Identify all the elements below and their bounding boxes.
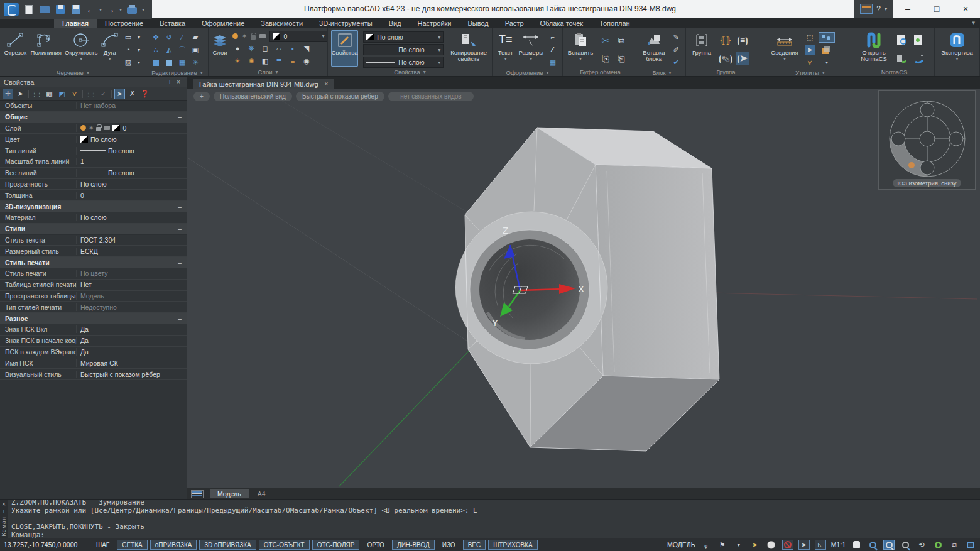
prop-row-plotspace[interactable]: Пространство таблицы с...Модель [0,291,187,302]
grid-array-icon[interactable]: ▦ [177,58,187,67]
nanocad-logo-icon[interactable] [4,3,19,16]
match-properties-button[interactable]: Копирование свойств [449,30,489,67]
layer-combo[interactable]: 0▾ [270,31,327,42]
ribbon-tab-vstavka[interactable]: Вставка [151,18,193,28]
zoom-icon[interactable] [867,540,878,550]
layout-tab-model[interactable]: Модель [210,489,249,498]
offset-icon[interactable]: ▣ [190,45,200,55]
draw-order-icon[interactable] [822,45,832,55]
help-button[interactable]: ? [876,4,881,13]
layer-walk-icon[interactable]: ≡ [288,57,298,66]
layer-iso-icon[interactable]: ☀ [232,57,242,66]
normacs-link-icon[interactable] [913,54,923,63]
polyline-button[interactable]: Полилиния [31,30,62,67]
mirror-icon[interactable]: ◭ [164,45,174,55]
clear-selection-icon[interactable]: ✗ [127,89,138,99]
layer-uniso-icon[interactable]: ✺ [246,57,256,66]
table-icon[interactable]: ▦ [548,58,558,67]
erase-icon[interactable]: ▰ [190,33,200,42]
panel-pin-icon[interactable]: ⊤ [165,79,174,85]
filter-icon[interactable]: ⋎ [69,89,80,99]
undo-icon[interactable]: ← [86,5,95,14]
layer-thaw-icon[interactable]: ❋ [246,44,256,53]
prop-row-visual-style[interactable]: Визуальный стильБыстрый с показом рёбер [0,369,187,380]
maximize-button[interactable]: □ [922,0,951,18]
prop-row-ucs-origin[interactable]: Знак ПСК в начале коор...Да [0,336,187,347]
cursor-select-icon[interactable]: ➤ [805,45,815,55]
prop-section-plotstyle[interactable]: Стиль печати– [0,257,187,268]
prop-section-styles[interactable]: Стили– [0,224,187,235]
ribbon-tab-postroenie[interactable]: Построение [97,18,151,28]
prop-section-misc[interactable]: Разное– [0,313,187,324]
explode-icon[interactable]: ✳ [190,58,200,67]
layer-bulb2-icon[interactable]: ● [232,44,242,53]
toggle-snap[interactable]: ШАГ [91,540,114,550]
toggle-grid[interactable]: СЕТКА [117,540,148,550]
prop-row-material[interactable]: МатериалПо слою [0,212,187,224]
multileader-icon[interactable]: ∠ [548,45,558,55]
prop-row-ltscale[interactable]: Масштаб типа линий1 [0,156,187,168]
command-prompt[interactable]: Команда: [11,531,976,538]
close-button[interactable]: × [951,0,980,18]
command-history[interactable]: Z,ZOOM,ПО,ПОКАЗАТЬ - Зумирование Укажите… [8,500,980,538]
toggle-ortho[interactable]: ОРТО [362,540,389,550]
status-caret-icon[interactable]: ▾ [733,540,744,550]
copy-doc-icon[interactable]: ⎘ [601,54,611,63]
block-attr-icon[interactable]: ✐ [671,45,681,55]
layout-sheets-icon[interactable] [191,490,204,498]
select-window-icon[interactable]: ⬚ [31,89,42,99]
pan-icon[interactable] [851,540,862,550]
layers-group-caret-icon[interactable]: ▾ [276,69,278,75]
panel-close-icon[interactable]: × [174,79,183,85]
ribbon-tab-rastr[interactable]: Растр [497,18,532,28]
properties-button[interactable]: Свойства [331,30,358,67]
viewport-plus-button[interactable]: + [193,92,210,101]
ribbon-tab-oblaka-tochek[interactable]: Облака точек [532,18,592,28]
quick-filter-icon[interactable]: ⋎ [805,58,815,67]
select-cursor-icon[interactable]: ➤ [15,89,26,99]
layer-lockfade-icon[interactable]: ◧ [260,57,270,66]
prop-section-3d[interactable]: 3D-визуализация– [0,201,187,212]
annotation-flag-icon[interactable]: ⚑ [717,540,728,550]
circle-button[interactable]: Окружность▼ [65,30,98,67]
prop-row-ucs-name[interactable]: Имя ПСКМировая СК [0,357,187,369]
ellipse-caret-icon[interactable]: ▾ [134,45,144,55]
ribbon-tab-zavisimosti[interactable]: Зависимости [253,18,311,28]
viewport-visual-style-button[interactable]: Быстрый с показом рёбер [296,92,384,101]
layer-on-icon[interactable] [232,33,238,39]
leader-icon[interactable]: ⌐ [548,33,558,42]
new-document-icon[interactable] [23,4,35,15]
apply-selection-icon[interactable]: ✓ [98,89,109,99]
redo-icon[interactable]: → [106,5,115,14]
add-to-selection-icon[interactable]: ✛ [3,89,13,99]
toggle-3d-osnap[interactable]: 3D оПРИВЯЗКА [199,540,256,550]
layer-lock-icon[interactable] [251,35,256,40]
minimize-button[interactable]: – [893,0,922,18]
regen-icon[interactable] [932,540,944,550]
rectangle-caret-icon[interactable]: ▾ [134,33,144,42]
no-selection-icon[interactable] [782,540,793,550]
annotation-scale[interactable]: М1:1 [831,541,846,548]
layer-freeze-icon[interactable]: ✶ [242,33,247,40]
paste-special-icon[interactable]: ⎗ [616,54,626,63]
layer-print-icon[interactable] [259,34,266,38]
redo-caret-icon[interactable]: ▾ [119,7,122,13]
prop-row-plotstyle[interactable]: Стиль печатиПо цвету [0,268,187,280]
hatch-caret-icon[interactable]: ▾ [134,58,144,67]
layer-eye-icon[interactable]: ◉ [302,57,312,66]
view-navigator[interactable]: ЮЗ изометрия, снизу [878,90,976,190]
open-file-icon[interactable] [39,4,50,15]
select-similar-icon[interactable]: ⬚ [805,33,815,42]
drawing-group-caret-icon[interactable]: ▾ [87,70,89,75]
toggle-lineweight[interactable]: ВЕС [463,540,486,550]
help-circle-icon[interactable]: ❓ [139,89,150,99]
arc-button[interactable]: Дуга▼ [101,30,119,67]
undo-caret-icon[interactable]: ▾ [99,7,102,13]
orbit-icon[interactable]: ⟲ [916,540,927,550]
cursor-mode-icon[interactable]: ➤ [798,540,810,550]
layout-tab-a4[interactable]: А4 [250,489,273,498]
prop-row-dimstyle[interactable]: Размерный стильЕСКД [0,246,187,257]
properties-group-caret-icon[interactable]: ▾ [423,69,426,75]
layer-lock-state-icon[interactable] [96,127,101,131]
normacs-search-icon[interactable] [896,36,906,45]
